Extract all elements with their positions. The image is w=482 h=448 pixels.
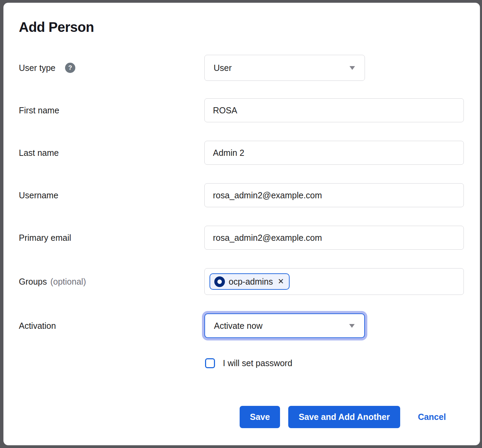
form-row-groups: Groups (optional) ocp-admins ✕ <box>19 268 480 295</box>
form-row-username: Username <box>19 183 480 207</box>
last-name-label: Last name <box>19 148 59 158</box>
cancel-link[interactable]: Cancel <box>418 412 446 422</box>
save-and-add-another-button[interactable]: Save and Add Another <box>288 406 400 428</box>
help-icon[interactable]: ? <box>65 63 75 73</box>
page-title: Add Person <box>19 19 480 35</box>
group-chip-ocp-admins[interactable]: ocp-admins ✕ <box>210 273 290 290</box>
form-row-activation: Activation Activate now <box>19 313 480 338</box>
form-row-primary-email: Primary email <box>19 226 480 250</box>
save-button[interactable]: Save <box>240 406 280 428</box>
chevron-down-icon <box>349 324 355 328</box>
dialog-footer: Save Save and Add Another Cancel <box>240 406 480 428</box>
user-type-selected-value: User <box>214 63 232 73</box>
set-password-checkbox[interactable] <box>205 358 215 368</box>
first-name-label: First name <box>19 105 59 115</box>
user-type-select[interactable]: User <box>204 55 365 81</box>
form-row-set-password: I will set password <box>205 358 480 368</box>
chevron-down-icon <box>350 66 355 70</box>
form-row-last-name: Last name <box>19 141 480 165</box>
first-name-field[interactable] <box>204 98 464 122</box>
form-row-first-name: First name <box>19 98 480 122</box>
set-password-label: I will set password <box>223 358 292 368</box>
primary-email-label: Primary email <box>19 233 71 243</box>
group-chip-label: ocp-admins <box>229 277 273 287</box>
form-row-user-type: User type ? User <box>19 55 480 81</box>
username-label: Username <box>19 190 58 200</box>
add-person-dialog: Add Person User type ? User First name L… <box>3 3 480 445</box>
okta-group-logo-icon <box>214 276 225 287</box>
primary-email-field[interactable] <box>204 226 464 250</box>
activation-select[interactable]: Activate now <box>204 313 365 338</box>
activation-selected-value: Activate now <box>214 321 263 331</box>
user-type-label: User type <box>19 63 55 73</box>
groups-optional-hint: (optional) <box>50 277 86 287</box>
remove-group-icon[interactable]: ✕ <box>278 278 284 285</box>
groups-label: Groups <box>19 277 47 287</box>
activation-label: Activation <box>19 321 56 331</box>
groups-input[interactable]: ocp-admins ✕ <box>204 268 464 295</box>
username-field[interactable] <box>204 183 464 207</box>
last-name-field[interactable] <box>204 141 464 165</box>
